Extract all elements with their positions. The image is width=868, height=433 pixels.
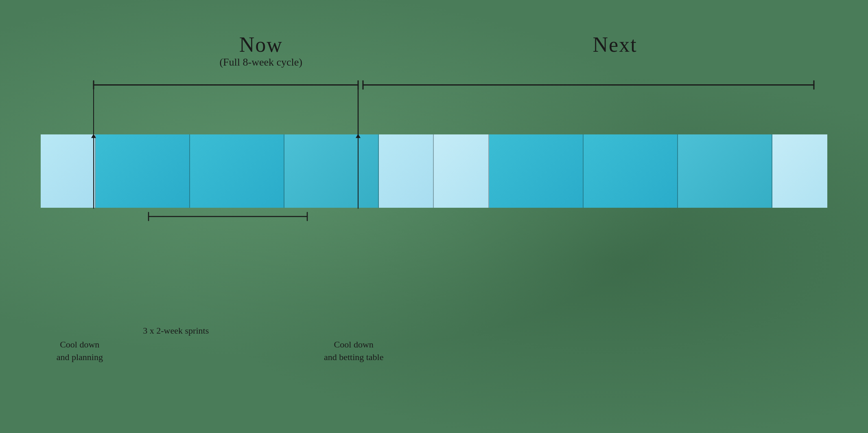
annotation-cooldown1: Cool down and planning bbox=[57, 338, 103, 364]
annotation-cooldown2: Cool down and betting table bbox=[324, 338, 384, 364]
label-now: Now bbox=[239, 33, 283, 57]
segment-sprint3 bbox=[284, 134, 379, 208]
segment-cooldown2 bbox=[379, 134, 434, 208]
segment-next-sprint2 bbox=[584, 134, 678, 208]
annotation-sprints: 3 x 2-week sprints bbox=[143, 325, 209, 337]
main-bar bbox=[41, 134, 827, 208]
segment-sprint2 bbox=[190, 134, 284, 208]
segment-next-cooldown1 bbox=[434, 134, 489, 208]
segment-cooldown1 bbox=[41, 134, 96, 208]
label-next: Next bbox=[593, 33, 637, 57]
segment-next-sprint3 bbox=[678, 134, 772, 208]
arrows-overlay bbox=[41, 33, 827, 400]
segment-next-sprint1 bbox=[489, 134, 584, 208]
segment-next-cooldown2 bbox=[772, 134, 827, 208]
segment-sprint1 bbox=[96, 134, 190, 208]
label-now-sub: (Full 8-week cycle) bbox=[219, 56, 302, 68]
top-labels: Now (Full 8-week cycle) Next bbox=[41, 33, 827, 81]
diagram-container: Now (Full 8-week cycle) Next bbox=[41, 33, 827, 400]
